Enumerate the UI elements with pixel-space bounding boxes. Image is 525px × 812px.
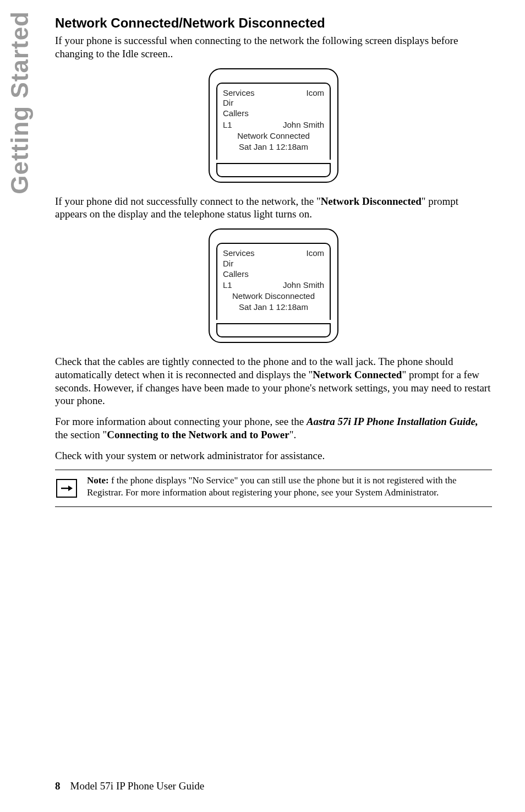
note-block: Note: f the phone displays "No Service" … bbox=[55, 470, 492, 507]
dir-label: Dir bbox=[223, 98, 324, 108]
intro-paragraph-2: If your phone did not successfully conne… bbox=[55, 195, 492, 221]
para4-bolditalic: Aastra 57i IP Phone Installation Guide, bbox=[307, 416, 478, 427]
status-line: Network Connected bbox=[223, 130, 324, 141]
para2-bold: Network Disconnected bbox=[321, 195, 422, 207]
icom-label: Icom bbox=[306, 248, 324, 259]
arrow-right-icon bbox=[61, 484, 73, 492]
user-name: John Smith bbox=[283, 280, 324, 291]
callers-label: Callers bbox=[223, 269, 324, 280]
status-line: Network Disconnected bbox=[223, 291, 324, 302]
footer-title: Model 57i IP Phone User Guide bbox=[70, 780, 205, 792]
section-heading: Network Connected/Network Disconnected bbox=[55, 15, 492, 31]
lcd-screen: Services Icom Dir Callers L1 John Smith … bbox=[216, 83, 331, 160]
line-label: L1 bbox=[223, 120, 232, 130]
screen-bottom-bar bbox=[216, 163, 331, 177]
page-number: 8 bbox=[55, 780, 61, 792]
icom-label: Icom bbox=[306, 88, 324, 99]
screen-bottom-bar bbox=[216, 323, 331, 337]
note-body: f the phone displays "No Service" you ca… bbox=[87, 475, 457, 498]
user-name: John Smith bbox=[283, 120, 324, 130]
datetime-line: Sat Jan 1 12:18am bbox=[223, 141, 324, 152]
para4-text-b: the section " bbox=[55, 429, 107, 440]
note-label: Note: bbox=[87, 475, 109, 486]
services-label: Services bbox=[223, 88, 255, 99]
page-footer: 8Model 57i IP Phone User Guide bbox=[55, 780, 204, 792]
intro-paragraph-1: If your phone is successful when connect… bbox=[55, 34, 492, 61]
phone-screen-disconnected: Services Icom Dir Callers L1 John Smith … bbox=[209, 228, 338, 343]
para4-text-c: ". bbox=[289, 429, 297, 440]
line-label: L1 bbox=[223, 280, 232, 291]
para4-text-a: For more information about connecting yo… bbox=[55, 416, 307, 427]
para4-bold: Connecting to the Network and to Power bbox=[107, 429, 289, 440]
note-icon bbox=[56, 479, 77, 498]
paragraph-4: For more information about connecting yo… bbox=[55, 415, 492, 442]
dir-label: Dir bbox=[223, 259, 324, 269]
lcd-screen: Services Icom Dir Callers L1 John Smith … bbox=[216, 243, 331, 320]
note-text: Note: f the phone displays "No Service" … bbox=[87, 475, 492, 499]
phone-screen-connected: Services Icom Dir Callers L1 John Smith … bbox=[209, 68, 338, 183]
datetime-line: Sat Jan 1 12:18am bbox=[223, 302, 324, 313]
side-tab: Getting Started bbox=[6, 11, 34, 194]
paragraph-5: Check with your system or network admini… bbox=[55, 449, 492, 462]
callers-label: Callers bbox=[223, 108, 324, 119]
paragraph-3: Check that the cables are tightly connec… bbox=[55, 355, 492, 407]
services-label: Services bbox=[223, 248, 255, 259]
para2-text-a: If your phone did not successfully conne… bbox=[55, 195, 321, 207]
svg-marker-1 bbox=[68, 486, 73, 491]
para3-bold: Network Connected bbox=[313, 369, 402, 380]
